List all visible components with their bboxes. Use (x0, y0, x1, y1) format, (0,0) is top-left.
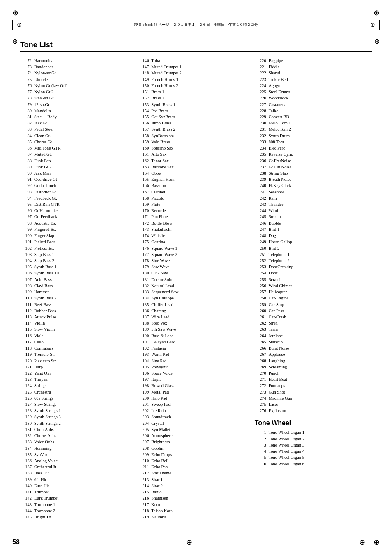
tone-name: Muted Trumpet 1 (151, 64, 250, 70)
tone-entry: 84Clean Gt. (20, 133, 133, 139)
tone-name: DistortionGt (34, 189, 133, 195)
tone-name: Burst Noise (269, 345, 368, 351)
tone-number: 80 (20, 108, 32, 114)
tone-entry: 222Shanai (255, 70, 368, 76)
tone-number: 138 (20, 470, 32, 476)
tone-name: Trombone 2 (34, 508, 133, 514)
tone-name: Synth Bass 2 (34, 295, 133, 301)
tone-entry: 162Tenor Sax (137, 158, 250, 164)
tone-number: 255 (255, 276, 266, 283)
tone-name: Horse-Gallop (269, 239, 368, 245)
tone-entry: 124Strings (20, 382, 133, 389)
tone-number: 136 (20, 458, 32, 464)
tone-name: Syn Mallet (151, 426, 250, 433)
tone-number: 156 (137, 120, 149, 126)
tone-name: Nylon-str.Gt (34, 70, 133, 76)
footer-center-crosshair: ⊕ (186, 538, 192, 547)
tone-name: Yang Qin (34, 370, 133, 376)
tone-name: Space Voice (151, 370, 250, 376)
tone-name: Telephone 2 (269, 258, 368, 264)
tone-name: Synth Bass 1 (34, 264, 133, 270)
tone-number: 160 (137, 145, 149, 151)
tone-number: 100 (20, 233, 32, 239)
tone-name: Siren (269, 320, 368, 326)
tone-number: 77 (20, 89, 32, 95)
tone-entry: 112Rubber Bass (20, 308, 133, 314)
tone-entry: 136Analog Voice (20, 458, 133, 464)
tone-entry: 90Jazz Man (20, 170, 133, 176)
tone-entry: 187Wire Lead (137, 314, 250, 320)
tone-entry: 221Fiddle (255, 64, 368, 70)
tone-name: Charang (151, 308, 250, 314)
tone-name: Bass Hit (34, 470, 133, 476)
tone-entry: 243Thunder (255, 201, 368, 207)
tone-entry: 180OB2 Saw (137, 270, 250, 276)
tone-name: Flute (151, 201, 250, 207)
tone-name: Clean Gt. (34, 133, 133, 139)
tone-number: 72 (20, 58, 32, 64)
title-underline (20, 51, 372, 52)
tone-number: 162 (137, 158, 149, 164)
tone-entry: 262Siren (255, 320, 368, 326)
tone-number: 143 (20, 502, 32, 508)
tone-entry: 125Orchestra (20, 389, 133, 395)
tone-entry: 211Echo Pan (137, 464, 250, 470)
header-text: FP-5_e.book 58 ページ ２０１５年１月２６日 水曜日 午前１０時２… (134, 22, 258, 28)
tone-number: 132 (20, 433, 32, 439)
tone-name: Melo. Tom 1 (269, 120, 368, 126)
tone-number: 207 (137, 439, 149, 445)
tone-wheel-number: 4 (255, 448, 266, 454)
tone-number: 144 (20, 508, 32, 514)
tone-name: Orchestra (34, 389, 133, 395)
tone-number: 103 (20, 251, 32, 258)
tone-entry: 194Sine Pad (137, 358, 250, 364)
tone-entry: 92Guitar Pinch (20, 182, 133, 189)
tone-number: 123 (20, 376, 32, 382)
tone-name: Sine Wave (151, 258, 250, 264)
tone-number: 187 (137, 314, 149, 320)
tone-wheel-entry: 1Tone Wheel Organ 1 (255, 429, 368, 435)
tone-number: 200 (137, 395, 149, 401)
tone-number: 119 (20, 351, 32, 357)
tone-entry: 182Natural Lead (137, 283, 250, 289)
tone-entry: 242Rain (255, 195, 368, 201)
tone-entry: 245Stream (255, 214, 368, 220)
tone-entry: 117Cello (20, 339, 133, 345)
tone-number: 135 (20, 451, 32, 458)
tone-name: Square Wave 1 (151, 245, 250, 251)
tone-name: Chorus Gt. (34, 139, 133, 145)
tone-entry: 148Muted Trumpet 2 (137, 70, 250, 76)
tone-name: Jazz Gt. (34, 120, 133, 126)
tone-name: Car-Engine (269, 295, 368, 301)
tone-entry: 190Bass & Lead (137, 333, 250, 339)
tone-name: Sitar 2 (151, 483, 250, 489)
tone-name: Funk Gt.2 (34, 164, 133, 170)
tone-entry: 111Beef Bass (20, 302, 133, 308)
tone-entry: 191Delayed Lead (137, 339, 250, 345)
tone-name: Guitar Pinch (34, 182, 133, 189)
tone-entry: 226Woodblock (255, 95, 368, 101)
tone-name: Stream (269, 214, 368, 220)
tone-name: Sine Pad (151, 358, 250, 364)
tone-entry: 100Finger Slap (20, 233, 133, 239)
tone-number: 267 (255, 351, 266, 357)
tone-number: 215 (137, 489, 149, 495)
tone-entry: 130Synth Strings 2 (20, 420, 133, 426)
tone-wheel-name: Tone Wheel Organ 5 (269, 454, 368, 461)
tone-name: Explosion (269, 408, 368, 414)
tone-entry: 161Alto Sax (137, 151, 250, 157)
tone-wheel-entry: 6Tone Wheel Organ 6 (255, 461, 368, 467)
tone-number: 111 (20, 302, 32, 308)
tone-entry: 113Attack Pulse (20, 314, 133, 320)
tone-number: 128 (20, 408, 32, 414)
tone-entry: 155Oct SynBrass (137, 114, 250, 120)
tone-entry: 250Bird 2 (255, 245, 368, 251)
tone-entry: 232Synth Drum (255, 133, 368, 139)
tone-name: Oct SynBrass (151, 114, 250, 120)
tone-entry: 203Soundtrack (137, 414, 250, 420)
tone-name: Bassoon (151, 182, 250, 189)
tone-name: Beef Bass (34, 302, 133, 308)
tone-number: 177 (137, 251, 149, 258)
footer-bottom-left-crosshair: ⊕ (359, 538, 365, 547)
tone-name: Pan Flute (151, 214, 250, 220)
